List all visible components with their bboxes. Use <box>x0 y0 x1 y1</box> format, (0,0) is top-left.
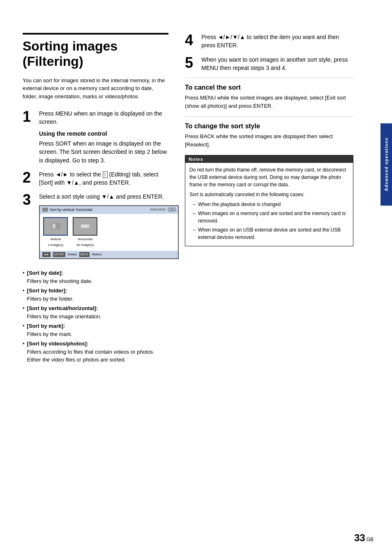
bullet-item-videos: [Sort by videos/photos]:Filters accordin… <box>23 340 168 364</box>
notes-item2: Sort is automatically canceled in the fo… <box>189 191 349 198</box>
bullet-text-mark: Filters by the mark. <box>27 331 73 337</box>
bullet-item-date: [Sort by date]:Filters by the shooting d… <box>23 269 168 285</box>
bullet-list: [Sort by date]:Filters by the shooting d… <box>23 269 168 364</box>
step-4-content: Press ◄/►/▼/▲ to select the item you wan… <box>201 33 353 50</box>
screen-thumb-vertical <box>43 217 68 236</box>
screen-header-count: 0001/0002 100 <box>150 207 175 212</box>
screen-header: Sort by vertical: horizontal 0001/0002 1… <box>40 206 178 214</box>
step-1-text: Press MENU when an image is displayed on… <box>39 109 168 126</box>
step-5-number: 5 <box>185 56 196 70</box>
divider-2 <box>185 116 353 117</box>
bullet-text-vertical: Filters by the image orientation. <box>27 313 101 320</box>
screen-thumb-horizontal <box>73 217 97 236</box>
notes-subitem-2: When images on a memory card are sorted … <box>193 210 349 225</box>
step-5-text: When you want to sort images in another … <box>201 56 353 72</box>
screen-item-vertical: Vertical 1 Image(s) <box>43 217 68 248</box>
page-title: Sorting images (Filtering) <box>23 33 168 69</box>
notes-subitem-3: When images on an USB external device ar… <box>193 226 349 241</box>
step-5-content: When you want to sort images in another … <box>201 56 353 72</box>
notes-subitems: When the playback device is changed When… <box>193 201 349 241</box>
bullet-text-folder: Filters by the folder. <box>27 296 74 302</box>
step-1-content: Press MENU when an image is displayed on… <box>39 109 168 164</box>
screen-item-vertical-label: Vertical <box>50 237 61 242</box>
cancel-sort-heading: To cancel the sort <box>185 84 353 91</box>
step-1-subsection-text: Press SORT when an image is displayed on… <box>39 139 168 164</box>
screen-mockup: Sort by vertical: horizontal 0001/0002 1… <box>39 205 179 259</box>
bullet-item-vertical: [Sort by vertical/horizontal]:Filters by… <box>23 304 168 320</box>
step-2-text: Press ◄/► to select the  (Editing) tab,… <box>39 170 168 187</box>
screen-item-horizontal-count: 34 Image(s) <box>76 243 94 248</box>
page-suffix: GB <box>367 537 374 542</box>
cancel-sort-text: Press MENU while the sorted images are d… <box>185 94 353 110</box>
step-5: 5 When you want to sort images in anothe… <box>185 56 353 72</box>
screen-header-icon <box>42 208 48 212</box>
screen-header-left: Sort by vertical: horizontal <box>42 207 92 213</box>
screen-footer-btn1: ◄► <box>42 252 51 257</box>
notes-subitem-1: When the playback device is changed <box>193 201 349 208</box>
step-4: 4 Press ◄/►/▼/▲ to select the item you w… <box>185 33 353 50</box>
bullet-label-videos: [Sort by videos/photos]: <box>27 341 89 347</box>
step-2-content: Press ◄/► to select the  (Editing) tab,… <box>39 170 168 187</box>
bullet-text-videos: Filters according to files that contain … <box>27 349 154 363</box>
bullet-label-mark: [Sort by mark]: <box>27 323 65 329</box>
svg-rect-3 <box>81 225 89 228</box>
change-sort-heading: To change the sort style <box>185 123 353 130</box>
notes-box: Notes Do not turn the photo frame off, r… <box>185 155 353 246</box>
bullet-text-date: Filters by the shooting date. <box>27 278 93 284</box>
screen-item-horizontal: Horizontal 34 Image(s) <box>73 217 97 248</box>
sidebar-tab: Advanced operations <box>380 123 392 206</box>
left-column: Sorting images (Filtering) You can sort … <box>0 16 177 540</box>
bullet-label-folder: [Sort by folder]: <box>27 287 67 294</box>
step-1-subsection-label: Using the remote control <box>39 130 168 138</box>
screen-footer-return: Return <box>92 252 102 257</box>
notes-header: Notes <box>185 155 353 163</box>
step-1-number: 1 <box>23 109 34 124</box>
svg-rect-1 <box>52 224 55 229</box>
step-3-number: 3 <box>23 192 34 207</box>
notes-content: Do not turn the photo frame off, remove … <box>185 163 353 246</box>
screen-footer-btn3: BACK <box>79 252 90 257</box>
screen-footer-btn2: ENTER <box>53 252 65 257</box>
step-3-text: Select a sort style using ▼/▲ and press … <box>39 192 179 201</box>
page-container: Sorting images (Filtering) You can sort … <box>0 0 392 556</box>
bullet-label-date: [Sort by date]: <box>27 270 63 276</box>
screen-footer: ◄► ENTER Select BACK Return <box>40 251 178 258</box>
step-4-number: 4 <box>185 33 196 48</box>
notes-item1: Do not turn the photo frame off, remove … <box>189 166 349 188</box>
step-3: 3 Select a sort style using ▼/▲ and pres… <box>23 192 168 263</box>
bullet-label-vertical: [Sort by vertical/horizontal]: <box>27 305 98 311</box>
divider-1 <box>185 78 353 78</box>
step-4-text: Press ◄/►/▼/▲ to select the item you wan… <box>201 33 353 50</box>
change-sort-text: Press BACK while the sorted images are d… <box>185 132 353 148</box>
intro-text: You can sort for images stored in the in… <box>23 76 168 101</box>
screen-item-vertical-count: 1 Image(s) <box>48 243 63 248</box>
screen-header-title: Sort by vertical: horizontal <box>50 207 92 213</box>
step-2-number: 2 <box>23 170 34 185</box>
bullet-item-mark: [Sort by mark]:Filters by the mark. <box>23 322 168 338</box>
screen-item-horizontal-label: Horizontal <box>78 237 92 242</box>
page-number: 33 <box>354 532 365 544</box>
screen-footer-select: Select <box>68 252 77 257</box>
screen-body: Vertical 1 Image(s) Horizontal <box>40 214 178 251</box>
right-column: 4 Press ◄/►/▼/▲ to select the item you w… <box>177 16 374 540</box>
step-3-content: Select a sort style using ▼/▲ and press … <box>39 192 179 263</box>
bullet-item-folder: [Sort by folder]:Filters by the folder. <box>23 287 168 303</box>
step-1: 1 Press MENU when an image is displayed … <box>23 109 168 164</box>
page-number-area: 33 GB <box>354 532 374 544</box>
step-2: 2 Press ◄/► to select the  (Editing) ta… <box>23 170 168 187</box>
